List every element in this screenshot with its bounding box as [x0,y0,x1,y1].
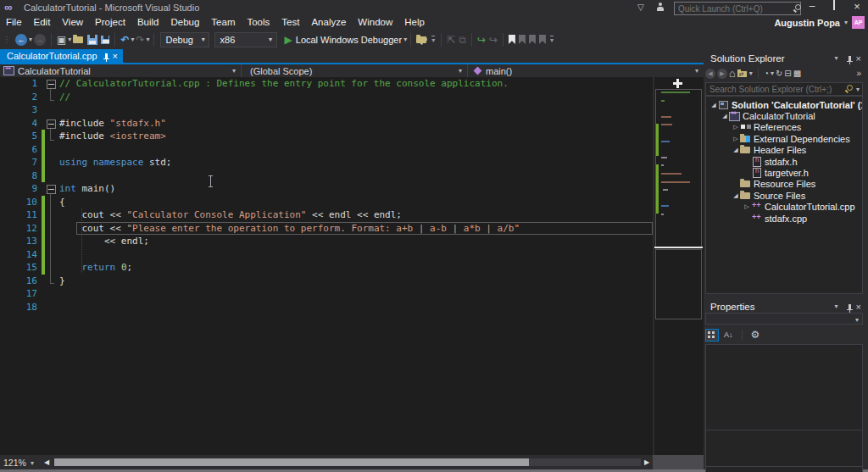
chevron-down-icon[interactable]: ▾ [29,36,32,43]
code-line-6[interactable]: 6 [0,143,653,157]
member-dropdown[interactable]: main() ▾ [468,64,704,77]
collapsed-arrow-icon[interactable]: ▷ [732,136,740,142]
chevron-down-icon[interactable]: ▾ [856,86,860,93]
navigate-backward-icon[interactable]: ← [15,34,27,46]
solution-configuration-dropdown[interactable]: Debug ▾ [160,32,209,47]
split-handle-icon[interactable] [673,82,682,85]
redo-icon[interactable]: ↷ [136,34,144,46]
tree-item-references[interactable]: ▷References [706,122,862,133]
chevron-down-icon[interactable]: ▾ [131,36,134,43]
menu-test[interactable]: Test [275,15,305,30]
window-position-icon[interactable]: ▾ [835,303,838,310]
tree-item-stdafx-h[interactable]: stdafx.h [706,156,862,167]
tree-item-calculatortutorial-cpp[interactable]: ▷CalculatorTutorial.cpp [706,202,862,213]
expanded-arrow-icon[interactable]: ◢ [732,192,740,199]
next-bookmark-icon[interactable] [529,35,536,44]
collapse-region-icon[interactable] [47,119,56,129]
code-area[interactable]: 1// CalculatorTutorial.cpp : Defines the… [0,77,653,314]
solution-explorer-search-input[interactable] [706,85,845,94]
code-line-1[interactable]: 1// CalculatorTutorial.cpp : Defines the… [0,77,653,91]
sync-with-active-document-icon[interactable]: ⇄ [737,69,748,78]
close-tab-icon[interactable]: × [113,51,118,61]
save-icon[interactable] [87,35,97,45]
collapse-all-icon[interactable]: ⊟ [784,69,791,78]
chevron-down-icon[interactable]: ▾ [68,36,71,43]
menu-team[interactable]: Team [205,15,241,30]
chevron-down-icon[interactable]: ▾ [403,36,407,43]
back-icon[interactable]: ◀ [705,69,715,79]
home-icon[interactable]: ⌂ [729,67,736,80]
new-project-icon[interactable]: ▣ [57,34,66,46]
maximize-button[interactable] [824,0,844,17]
menu-build[interactable]: Build [131,15,165,30]
tree-item-solution-calculatortutorial-1-project[interactable]: ◢Solution 'CalculatorTutorial' (1 projec… [706,99,862,110]
previous-bookmark-icon[interactable] [519,35,526,44]
tree-item-stdafx-cpp[interactable]: stdafx.cpp [706,213,862,224]
code-line-14[interactable]: 14 [0,248,653,262]
toolbar-overflow-icon[interactable]: ▾ [431,36,435,44]
zoom-level-dropdown[interactable]: 121% [3,458,26,468]
chevron-down-icon[interactable]: ▾ [31,459,34,467]
code-line-18[interactable]: 18 [0,301,653,314]
code-line-17[interactable]: 17 [0,287,653,301]
show-all-files-icon[interactable]: ▩ [793,69,801,78]
tree-item-resource-files[interactable]: Resource Files [706,179,862,190]
undo-icon[interactable]: ↶ [120,34,129,46]
show-diagnostics-icon[interactable]: ↪ [477,34,486,46]
debug-target-label[interactable]: Local Windows Debugger [296,35,402,45]
code-line-9[interactable]: 9int main() [0,182,653,196]
properties-header[interactable]: Properties ▾ × [705,299,865,314]
code-line-13[interactable]: 13 << endl; [0,235,653,248]
collapsed-arrow-icon[interactable]: ▷ [743,203,751,210]
code-line-10[interactable]: 10{ [0,196,653,209]
properties-object-dropdown[interactable]: ▾ [705,313,863,325]
pending-changes-filter-icon[interactable]: ◔ [764,69,769,78]
notifications-flag-icon[interactable]: ▽ [637,3,644,12]
menu-help[interactable]: Help [398,15,431,30]
code-line-16[interactable]: 16} [0,275,653,288]
code-line-3[interactable]: 3 [0,103,653,117]
solution-platform-dropdown[interactable]: x86 ▾ [214,32,277,47]
avatar[interactable]: AP [852,16,865,29]
property-pages-icon[interactable]: ⚙ [751,329,760,341]
code-line-8[interactable]: 8 [0,169,653,183]
tree-item-targetver-h[interactable]: targetver.h [706,167,862,178]
save-all-icon[interactable] [101,36,109,44]
tree-item-external-dependencies[interactable]: ▷External Dependencies [706,133,862,144]
panel-splitter[interactable] [704,294,868,297]
open-file-icon[interactable] [73,35,84,44]
expanded-arrow-icon[interactable]: ◢ [709,102,718,108]
close-panel-icon[interactable]: × [856,53,861,64]
close-panel-icon[interactable]: × [856,302,861,312]
tree-item-source-files[interactable]: ◢Source Files [706,190,862,201]
menu-edit[interactable]: Edit [28,15,57,30]
scroll-left-icon[interactable]: ◀ [44,458,49,466]
horizontal-scrollbar-thumb[interactable] [54,458,529,466]
collapse-region-icon[interactable] [47,80,56,89]
scope-dropdown[interactable]: (Global Scope) ▾ [242,64,468,77]
quick-launch-box[interactable] [674,2,801,15]
toolbar-grip[interactable]: ⋮ [3,35,11,44]
clear-bookmarks-icon[interactable] [539,35,546,44]
collapsed-arrow-icon[interactable]: ▷ [732,124,740,130]
horizontal-scrollbar[interactable] [54,458,641,466]
expanded-arrow-icon[interactable]: ◢ [721,113,729,119]
user-account-area[interactable]: Augustin Popa ▾ AP [774,16,865,29]
solution-explorer-search[interactable]: ▾ [705,82,863,96]
menu-debug[interactable]: Debug [164,15,205,30]
menu-tools[interactable]: Tools [241,15,275,30]
project-dropdown[interactable]: CalculatorTutorial ▾ [0,64,242,77]
collapse-region-icon[interactable] [47,185,56,194]
toolbar-overflow-icon[interactable]: » [856,69,861,78]
tree-item-calculatortutorial[interactable]: ◢CalculatorTutorial [706,110,862,121]
code-line-11[interactable]: 11 cout << "Calculator Console Applicati… [0,208,653,222]
forward-icon[interactable]: ▶ [717,69,727,79]
alphabetical-sort-icon[interactable]: A↓ [724,330,733,339]
find-in-files-icon[interactable] [416,35,427,44]
menu-file[interactable]: File [0,15,28,30]
pin-tab-icon[interactable] [105,53,108,58]
intellitrace-icon[interactable]: ⧉ [459,34,466,46]
code-line-2[interactable]: 2// [0,91,653,104]
expanded-arrow-icon[interactable]: ◢ [732,147,740,153]
window-position-icon[interactable]: ▾ [835,54,838,62]
